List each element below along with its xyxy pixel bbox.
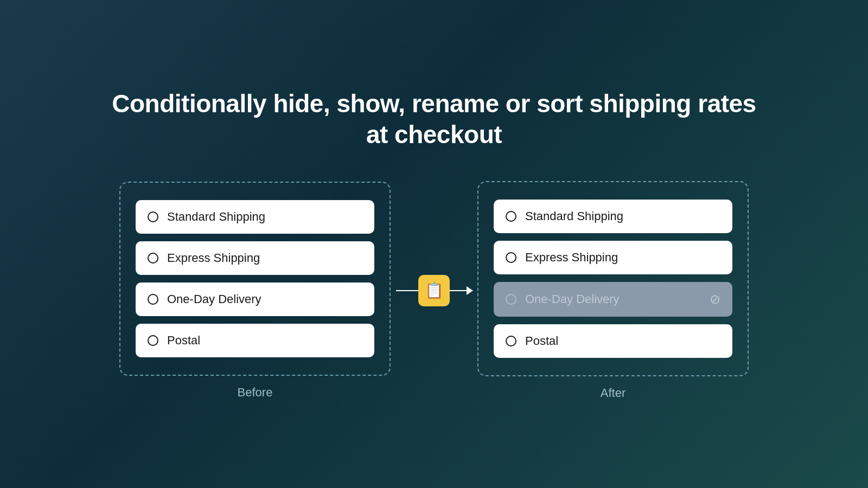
before-express-label: Express Shipping (167, 251, 260, 265)
before-panel-wrapper: Standard Shipping Express Shipping One-D… (119, 182, 391, 400)
diagram: Standard Shipping Express Shipping One-D… (119, 181, 749, 400)
radio-postal-before (148, 335, 158, 346)
radio-standard-before (148, 211, 158, 222)
radio-express-before (148, 253, 158, 264)
radio-oneday-before (148, 294, 158, 305)
after-express-shipping: Express Shipping (494, 241, 732, 274)
after-standard-label: Standard Shipping (525, 209, 623, 223)
app-icon: 📋 (418, 275, 450, 306)
before-standard-label: Standard Shipping (167, 210, 265, 224)
hidden-icon: ⊘ (710, 292, 720, 307)
before-oneday-label: One-Day Delivery (167, 292, 261, 306)
page-title: Conditionally hide, show, rename or sort… (112, 88, 756, 151)
before-express-shipping: Express Shipping (136, 241, 374, 275)
before-postal-label: Postal (167, 333, 200, 348)
before-panel: Standard Shipping Express Shipping One-D… (119, 182, 391, 376)
after-express-label: Express Shipping (525, 251, 618, 265)
after-panel-wrapper: Standard Shipping Express Shipping One-D… (477, 181, 749, 400)
arrow-head (467, 286, 473, 295)
radio-express-after (506, 252, 516, 263)
app-icon-symbol: 📋 (425, 281, 444, 299)
before-oneday-shipping: One-Day Delivery (136, 282, 374, 316)
before-postal-shipping: Postal (136, 324, 374, 357)
after-standard-shipping: Standard Shipping (494, 200, 732, 233)
after-oneday-label: One-Day Delivery (525, 292, 620, 306)
after-postal-label: Postal (525, 334, 558, 348)
after-panel: Standard Shipping Express Shipping One-D… (477, 181, 749, 376)
after-postal-shipping: Postal (494, 324, 732, 358)
after-label: After (601, 386, 626, 400)
radio-oneday-after (506, 294, 516, 305)
before-label: Before (238, 386, 273, 400)
radio-postal-after (506, 336, 516, 346)
after-oneday-shipping-hidden: One-Day Delivery ⊘ (494, 282, 732, 317)
before-standard-shipping: Standard Shipping (136, 200, 374, 234)
radio-standard-after (506, 211, 516, 222)
